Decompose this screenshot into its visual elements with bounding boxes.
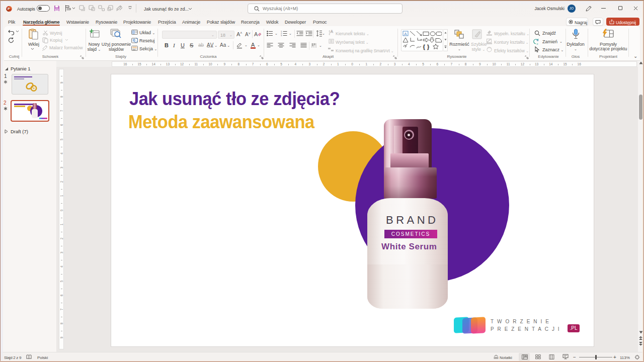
svg-text:b: b: [537, 39, 539, 42]
svg-text:{: {: [423, 44, 425, 50]
svg-text:P: P: [8, 7, 10, 11]
svg-text:}: }: [428, 44, 430, 50]
svg-text:c: c: [537, 42, 538, 45]
svg-text:3: 3: [281, 34, 282, 36]
svg-text:A: A: [331, 30, 333, 33]
svg-text:A: A: [404, 32, 407, 36]
